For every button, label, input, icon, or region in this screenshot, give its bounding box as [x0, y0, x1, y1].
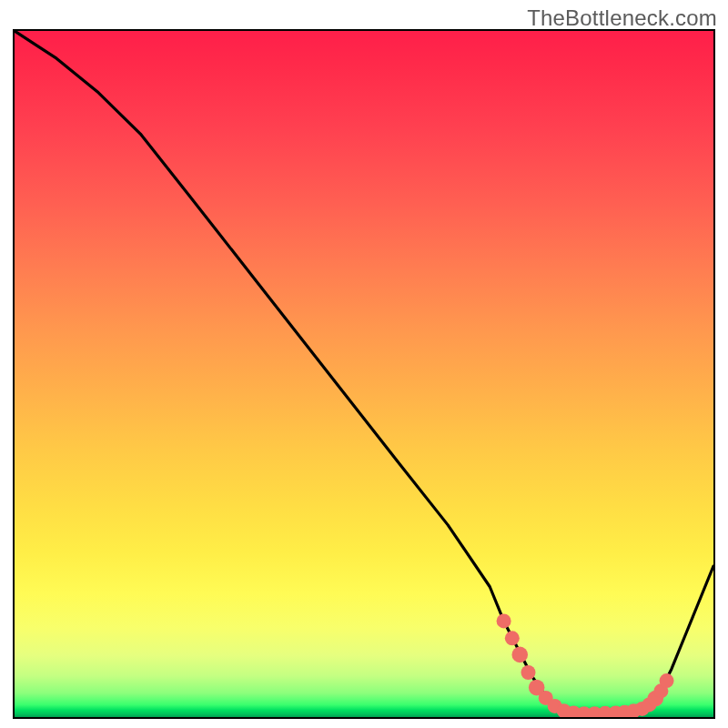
chart-wrapper: TheBottleneck.com [0, 0, 728, 728]
curve-markers [497, 613, 674, 717]
watermark-text: TheBottleneck.com [527, 5, 717, 31]
curve-marker [505, 631, 520, 645]
curve-marker [497, 613, 511, 628]
plot-area [13, 29, 715, 719]
bottleneck-curve-path [15, 31, 713, 713]
curve-marker [511, 647, 528, 663]
chart-svg [15, 31, 713, 717]
curve-line [15, 31, 713, 713]
curve-marker [521, 665, 535, 680]
curve-marker [660, 673, 674, 688]
